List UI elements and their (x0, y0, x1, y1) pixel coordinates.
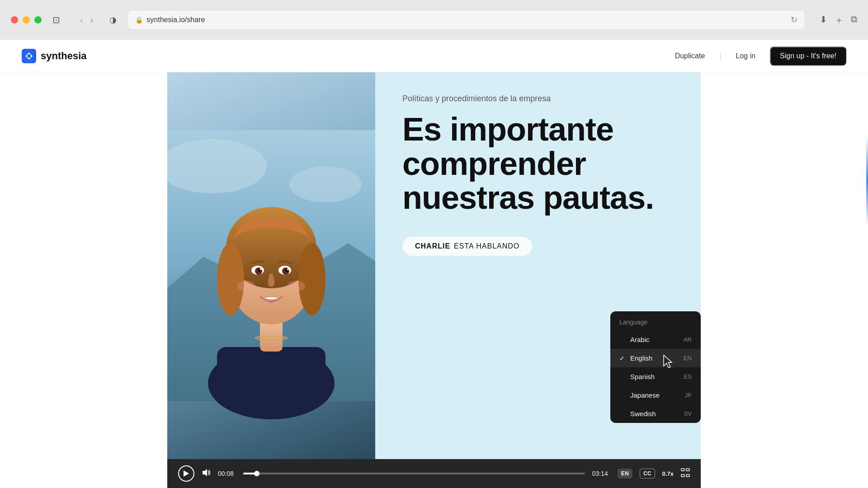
svg-point-20 (260, 268, 262, 270)
time-total: 03:14 (592, 470, 610, 477)
svg-point-22 (237, 281, 255, 291)
browser-chrome: ⊡ ‹ › ◑ 🔒 synthesia.io/share ↻ ⬇ ＋ ⧉ (0, 0, 868, 40)
lang-code-english: EN (684, 355, 692, 361)
lock-icon: 🔒 (135, 16, 143, 23)
lang-code-japanese: JP (685, 392, 692, 399)
extensions-icon[interactable]: ⧉ (851, 14, 857, 26)
cursor-arrow (662, 354, 675, 369)
language-dropdown: Language Arabic AR ✓ English EN (610, 311, 701, 423)
svg-point-21 (287, 268, 289, 270)
lang-name-arabic: Arabic (630, 336, 684, 343)
logo-text: synthesia (41, 50, 87, 62)
duplicate-button[interactable]: Duplicate (675, 52, 705, 60)
lang-name-japanese: Japanese (630, 391, 685, 399)
language-dropdown-header: Language (610, 311, 701, 330)
download-icon[interactable]: ⬇ (820, 14, 827, 26)
back-button[interactable]: ‹ (78, 13, 85, 27)
video-frame: Políticas y procedimientos de la empresa… (167, 72, 701, 459)
maximize-button[interactable] (34, 16, 42, 23)
background-decoration (832, 136, 868, 226)
lang-check-swedish (619, 410, 626, 418)
svg-rect-28 (681, 474, 684, 477)
logo-icon (22, 49, 36, 63)
svg-point-23 (287, 281, 305, 291)
volume-button[interactable] (202, 469, 211, 479)
browser-right-controls: ⬇ ＋ ⧉ (820, 14, 857, 26)
traffic-lights (11, 16, 42, 23)
login-button[interactable]: Log in (736, 52, 756, 60)
language-item-arabic[interactable]: Arabic AR (610, 330, 701, 349)
svg-rect-29 (686, 474, 689, 477)
svg-rect-26 (681, 469, 684, 471)
lang-code-swedish: SV (684, 410, 692, 417)
logo: synthesia (22, 49, 87, 63)
url-text: synthesia.io/share (146, 16, 205, 24)
navbar: synthesia Duplicate | Log in Sign up - I… (0, 40, 868, 72)
speed-badge[interactable]: 0.7x (662, 470, 674, 477)
minimize-button[interactable] (23, 16, 30, 23)
signup-button[interactable]: Sign up - It's free! (770, 47, 846, 66)
video-controls: 00:08 03:14 EN CC 0.7x (167, 459, 701, 488)
avatar-panel (167, 72, 375, 459)
nav-right: Duplicate | Log in Sign up - It's free! (675, 47, 846, 66)
speaker-badge: CHARLIE ESTA HABLANDO (402, 237, 532, 256)
language-item-swedish[interactable]: Swedish SV (610, 404, 701, 423)
address-bar[interactable]: 🔒 synthesia.io/share ↻ (127, 10, 805, 30)
speaker-name-bold: CHARLIE (415, 242, 450, 250)
lang-code-arabic: AR (684, 336, 692, 343)
slide-title: Es importante comprender nuestras pautas… (402, 113, 679, 215)
reload-button[interactable]: ↻ (791, 15, 797, 25)
lang-check-japanese (619, 392, 626, 399)
sidebar-toggle-button[interactable]: ⊡ (49, 13, 64, 27)
language-item-japanese[interactable]: Japanese JP (610, 386, 701, 404)
new-tab-icon[interactable]: ＋ (835, 14, 844, 26)
fullscreen-button[interactable] (681, 468, 690, 479)
svg-point-12 (217, 243, 244, 315)
language-badge[interactable]: EN (618, 469, 633, 479)
slide-panel: Políticas y procedimientos de la empresa… (375, 72, 701, 459)
lang-name-spanish: Spanish (630, 373, 684, 380)
svg-point-4 (289, 166, 362, 202)
svg-marker-25 (203, 469, 207, 476)
navigation-controls: ‹ › (78, 13, 95, 27)
language-item-english[interactable]: ✓ English EN (610, 349, 701, 367)
theme-toggle-button[interactable]: ◑ (106, 13, 120, 27)
play-button[interactable] (178, 465, 194, 482)
svg-rect-27 (686, 469, 689, 471)
time-current: 00:08 (218, 470, 236, 477)
speaker-name-rest: ESTA HABLANDO (454, 242, 519, 250)
forward-button[interactable]: › (89, 13, 95, 27)
lang-name-swedish: Swedish (630, 410, 684, 418)
progress-bar[interactable] (243, 473, 585, 474)
progress-dot (254, 471, 259, 476)
svg-rect-7 (217, 347, 326, 401)
lang-check-spanish (619, 373, 626, 380)
svg-point-13 (298, 243, 326, 315)
close-button[interactable] (11, 16, 18, 23)
lang-code-spanish: ES (684, 373, 692, 380)
lang-check-english: ✓ (619, 355, 626, 362)
lang-check-arabic (619, 336, 626, 343)
lang-name-english: English (630, 354, 684, 362)
avatar-image (167, 72, 375, 459)
svg-marker-24 (184, 470, 189, 477)
cc-button[interactable]: CC (640, 469, 655, 479)
language-item-spanish[interactable]: Spanish ES (610, 367, 701, 386)
page: synthesia Duplicate | Log in Sign up - I… (0, 40, 868, 488)
video-container: Políticas y procedimientos de la empresa… (167, 72, 701, 488)
video-section: Políticas y procedimientos de la empresa… (0, 72, 868, 488)
svg-point-1 (27, 54, 31, 58)
slide-subtitle: Políticas y procedimientos de la empresa (402, 94, 679, 103)
